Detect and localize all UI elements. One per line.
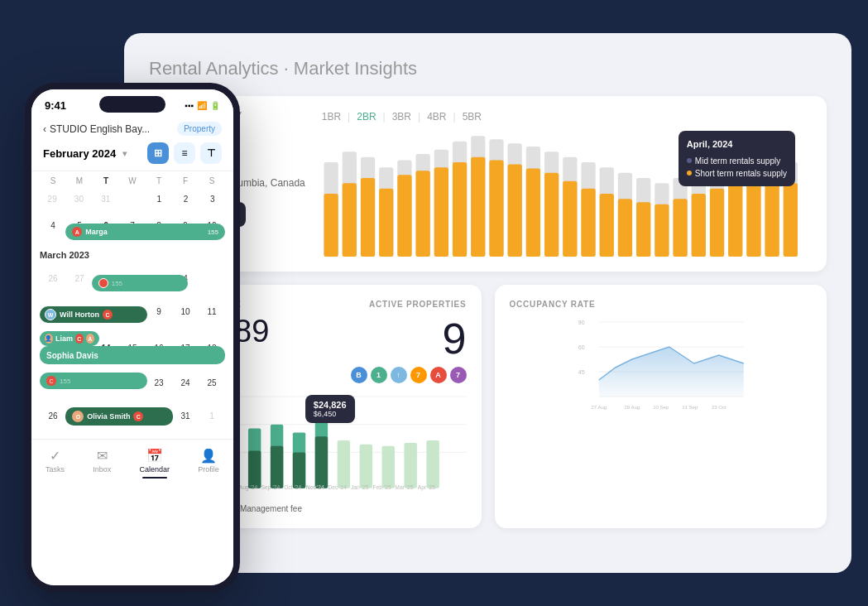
wifi-icon: 📶	[197, 101, 207, 110]
olivia-booking[interactable]: O Olivia Smith C	[65, 407, 173, 426]
br-tab-3br[interactable]: 3BR	[392, 111, 411, 123]
occupancy-chart-svg: 90 60 45 27 Aug 29 Aug 10 Se	[510, 314, 813, 413]
back-button[interactable]: ‹ STUDIO English Bay...	[43, 123, 150, 135]
svg-text:60: 60	[578, 344, 584, 350]
svg-rect-68	[404, 443, 416, 488]
svg-text:27 Aug: 27 Aug	[591, 405, 607, 410]
cal-cell: 4	[40, 210, 66, 240]
calendar-filter-icon[interactable]: ⊤	[200, 142, 222, 164]
svg-rect-38	[544, 173, 559, 257]
will-booking[interactable]: W Will Horton C	[40, 306, 147, 323]
nav-profile[interactable]: 👤 Profile	[198, 448, 219, 479]
battery-icon: 🔋	[210, 101, 220, 110]
cal-cell: 23	[146, 368, 172, 397]
svg-rect-27	[342, 183, 356, 257]
month-label: February 2024	[43, 147, 116, 160]
month-row: February 2024 ▾ ⊞ ≡ ⊤	[43, 142, 222, 164]
property-icons: B 1 ↑ 7 A 7	[351, 367, 467, 383]
page-title: Rental Analytics · Market Insights	[149, 58, 827, 79]
nav-calendar[interactable]: 📅 Calendar	[140, 448, 170, 479]
tooltip-dot-shortterm	[687, 171, 692, 176]
svg-text:Sep '24: Sep '24	[261, 484, 281, 491]
br-tab-4br[interactable]: 4BR	[427, 111, 446, 123]
svg-rect-66	[360, 445, 372, 488]
cal-cell: 11	[199, 295, 225, 328]
svg-rect-51	[783, 183, 797, 257]
cal-cell: 2	[173, 189, 198, 209]
svg-text:Mar '25: Mar '25	[395, 484, 413, 490]
nav-inbox[interactable]: ✉ Inbox	[93, 448, 111, 479]
br-tab-2br[interactable]: 2BR	[357, 111, 376, 123]
market-supply-card: MARKET SUPPLY 45 Delta, British Columbia…	[149, 96, 827, 272]
chevron-down-icon[interactable]: ▾	[122, 149, 127, 158]
cal-cell: 25	[199, 368, 225, 397]
cards-grid: MARKET SUPPLY 45 Delta, British Columbia…	[149, 96, 827, 528]
calendar-list-icon[interactable]: ≡	[174, 142, 195, 164]
tooltip-dot-midterm	[687, 158, 692, 163]
march-row-olivia: 26 27 28 29 30 31 1 O Olivia Smith C	[40, 399, 225, 432]
will-name: Will Horton	[60, 310, 99, 319]
svg-text:11 Sep: 11 Sep	[682, 405, 698, 410]
phone-wrapper: 9:41 ▪▪▪ 📶 🔋 ‹ STUDIO English Bay... Pro…	[25, 83, 240, 592]
cal-cell: 1	[199, 399, 225, 432]
svg-rect-35	[489, 160, 503, 257]
nav-tasks-label: Tasks	[46, 465, 65, 474]
svg-text:29 Aug: 29 Aug	[624, 405, 640, 410]
br-tabs: 1BR | 2BR | 3BR | 4BR | 5BR	[322, 111, 812, 123]
svg-rect-37	[526, 169, 540, 257]
sophia-booking[interactable]: Sophia Davis	[40, 346, 225, 364]
cal-cell: 30	[66, 189, 91, 209]
cal-cell: 9	[146, 295, 172, 328]
svg-rect-74	[271, 446, 283, 488]
phone-time: 9:41	[45, 99, 66, 112]
phone-calendar-content: S M T W T F S 29 30 31 1 2 3	[31, 171, 233, 585]
prop-icon-b: B	[351, 367, 367, 383]
february-calendar: S M T W T F S 29 30 31 1 2 3	[31, 171, 233, 247]
liam-icon: C	[75, 334, 84, 344]
booking-price: 155	[60, 378, 70, 385]
br-tab-5br[interactable]: 5BR	[463, 111, 482, 123]
cal-cell: 10	[172, 295, 199, 328]
svg-rect-30	[397, 175, 411, 257]
march-row-will: 5 6 7 8 9 10 11 W Will Horton C	[40, 295, 225, 328]
property-badge: Property	[177, 122, 222, 136]
br-tab-1br[interactable]: 1BR	[322, 111, 341, 123]
march-row-3: 19 20 21 22 23 24 25 C 155	[40, 368, 225, 397]
nav-profile-label: Profile	[198, 465, 219, 474]
tooltip-item-shortterm: Short term rentals supply	[687, 167, 787, 180]
svg-rect-73	[248, 451, 261, 488]
march-booking-1: 155	[92, 275, 188, 291]
svg-rect-43	[636, 202, 650, 257]
legend-management-fee: Management fee	[230, 504, 302, 513]
svg-rect-32	[434, 167, 448, 257]
occupancy-card: OCCUPANCY RATE 90 60 45	[495, 285, 827, 528]
tooltip-item-midterm: Mid term rentals supply	[687, 155, 787, 167]
liam-booking[interactable]: 👤 Liam C A	[40, 331, 99, 346]
svg-rect-34	[471, 157, 485, 257]
svg-rect-76	[315, 436, 328, 488]
signal-icon: ▪▪▪	[185, 101, 194, 110]
svg-text:23 Oct: 23 Oct	[711, 405, 726, 410]
back-chevron: ‹	[43, 123, 46, 135]
svg-rect-41	[599, 194, 613, 257]
cal-cell: 3	[200, 189, 225, 209]
svg-rect-26	[324, 194, 338, 257]
profile-icon: 👤	[200, 448, 217, 464]
cal-cell: 26	[40, 399, 66, 432]
svg-text:90: 90	[578, 320, 584, 325]
booking-avatar	[98, 278, 108, 288]
booking-price: 155	[112, 280, 122, 287]
svg-rect-46	[691, 194, 705, 257]
marga-booking[interactable]: A Marga 155	[65, 224, 225, 240]
phone-status-icons: ▪▪▪ 📶 🔋	[185, 101, 220, 110]
nav-tasks[interactable]: ✓ Tasks	[46, 448, 65, 479]
olivia-name: Olivia Smith	[87, 412, 130, 421]
sophia-name: Sophia Davis	[46, 351, 98, 360]
calendar-icon: 📅	[146, 448, 163, 464]
will-icon: C	[103, 310, 113, 320]
title-text: Rental Analytics · Market Insights	[149, 58, 417, 79]
marga-name: Marga	[85, 228, 108, 236]
svg-text:Nov'24: Nov'24	[306, 484, 324, 490]
booking-bar-19: C 155	[40, 373, 147, 389]
calendar-grid-icon[interactable]: ⊞	[147, 142, 169, 164]
